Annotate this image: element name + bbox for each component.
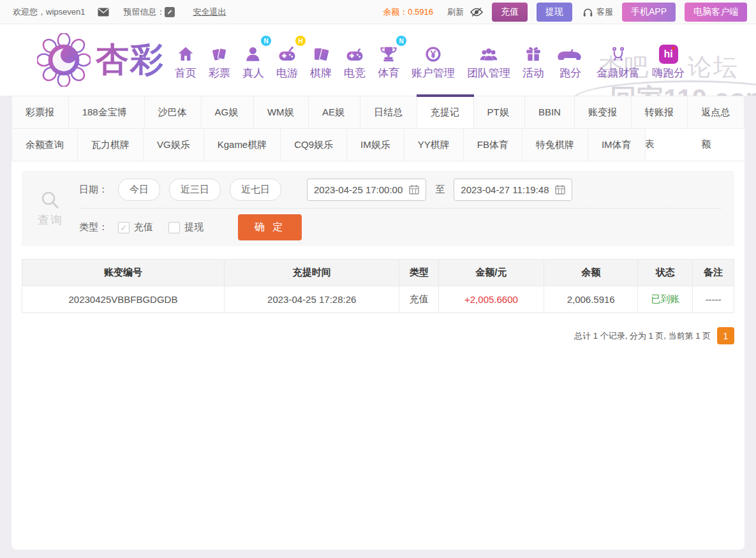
recharge-button[interactable]: 充值 (492, 3, 528, 22)
welcome-text: 欢迎您，wipseven1 (13, 6, 85, 18)
cell-amount: +2,005.6600 (438, 286, 544, 313)
tabs-row-2: 余额查询 瓦力棋牌 VG娱乐 Kgame棋牌 CQ9娱乐 IM娱乐 YY棋牌 F… (11, 129, 745, 161)
refresh-button[interactable]: 刷新 (447, 6, 464, 18)
tab-item[interactable]: YY棋牌 (404, 129, 464, 161)
date-from-input[interactable]: 2023-04-25 17:00:00 (307, 179, 426, 201)
date-label: 日期： (79, 184, 108, 196)
nav-item-live[interactable]: N 真人 (242, 40, 264, 80)
team-people-icon (478, 40, 500, 64)
watermark-site: 回家110.com (573, 80, 756, 96)
col-header: 状态 (638, 260, 693, 286)
customer-service-label: 客服 (597, 6, 613, 18)
date-to-input[interactable]: 2023-04-27 11:19:48 (454, 179, 572, 201)
to-label: 至 (435, 184, 445, 196)
topbar: 欢迎您，wipseven1 预留信息： 安全退出 余额： 0.5916 刷新 充… (0, 0, 756, 24)
tab-item[interactable]: IM娱乐 (347, 129, 404, 161)
filter-panel: 查询 日期： 今日 近三日 近七日 2023-04-25 17:00:00 至 … (22, 171, 734, 246)
table-row: 20230425VBBFBGDGDB 2023-04-25 17:28:26 充… (22, 286, 734, 313)
tab-item[interactable]: 账变报表 (575, 96, 632, 128)
cell-time: 2023-04-25 17:28:26 (224, 286, 399, 313)
tab-item[interactable]: Kgame棋牌 (204, 129, 281, 161)
cell-remark: ----- (693, 286, 734, 313)
nav-item-egame[interactable]: H 电游 (276, 40, 298, 80)
tab-item[interactable]: 188金宝博体育 (69, 96, 145, 128)
tab-item[interactable]: 瓦力棋牌 (78, 129, 144, 161)
trophy-icon: N (378, 40, 399, 64)
col-header: 金额/元 (438, 260, 544, 286)
nav-item-esports[interactable]: 电竞 (344, 40, 366, 80)
nav-item-account[interactable]: 账户管理 (411, 40, 455, 80)
search-icon (40, 189, 61, 211)
badge-n: N (261, 36, 271, 46)
tab-item[interactable]: IM体育 (588, 129, 646, 161)
coin-yuan-icon (423, 40, 443, 64)
tab-item[interactable]: 沙巴体育 (145, 96, 202, 128)
main-panel: 彩票报表 188金宝博体育 沙巴体育 AG娱乐 WM娱乐 AE娱乐 日结总览 充… (11, 96, 745, 550)
tab-item[interactable]: 特兔棋牌 (523, 129, 588, 161)
quick-today-button[interactable]: 今日 (118, 179, 160, 201)
nav-item-activity[interactable]: 活动 (523, 40, 544, 80)
tab-item[interactable]: 余额查询 (11, 129, 78, 161)
live-person-icon: N (243, 40, 263, 64)
col-header: 余额 (544, 260, 638, 286)
tab-item[interactable]: CQ9娱乐 (281, 129, 347, 161)
confirm-button[interactable]: 确 定 (238, 214, 302, 240)
cell-status: 已到账 (638, 286, 693, 313)
nav-item-paofen[interactable]: 跑分 (556, 40, 584, 80)
calendar-icon (409, 184, 419, 195)
withdraw-button[interactable]: 提现 (537, 3, 572, 22)
tab-item[interactable]: AG娱乐 (202, 96, 254, 128)
tab-item[interactable]: 返点总额 (688, 96, 745, 128)
badge-h: H (295, 36, 306, 46)
tab-item[interactable]: WM娱乐 (254, 96, 309, 128)
tab-item[interactable]: BBIN (525, 96, 575, 128)
mobile-app-button[interactable]: 手机APP (622, 3, 676, 22)
logo-text: 杏彩 (96, 38, 165, 82)
nav-item-hipaofen[interactable]: hi 嗨跑分 (652, 40, 685, 80)
type-filter-row: 类型： ✓ 充值 提现 确 定 (79, 209, 722, 246)
customer-service-button[interactable]: 客服 (582, 6, 613, 18)
table-header-row: 账变编号 充提时间 类型 金额/元 余额 状态 备注 (22, 260, 734, 286)
tab-item[interactable]: VG娱乐 (144, 129, 204, 161)
gift-icon (523, 40, 544, 64)
checkbox-recharge[interactable]: ✓ 充值 (118, 221, 153, 233)
tab-item[interactable]: 转账报表 (632, 96, 688, 128)
nav-item-jinding[interactable]: 金鼎财富 (597, 40, 640, 80)
tab-item[interactable]: AE娱乐 (309, 96, 360, 128)
checkbox-withdraw[interactable]: 提现 (168, 221, 204, 233)
site-header: 杏吧 论坛 回家110.com 杏彩 首页 (0, 24, 756, 96)
tab-item[interactable]: 日结总览 (360, 96, 417, 128)
gamepad-icon: H (276, 40, 298, 64)
quick-3days-button[interactable]: 近三日 (169, 179, 221, 201)
query-label: 查询 (38, 212, 63, 228)
cell-balance: 2,006.5916 (544, 286, 638, 313)
quick-7days-button[interactable]: 近七日 (230, 179, 281, 201)
main-nav: 首页 彩票 N 真人 H 电游 棋牌 (175, 40, 685, 80)
tab-item[interactable]: 彩票报表 (11, 96, 69, 128)
lottery-tickets-icon (209, 40, 230, 64)
logout-link[interactable]: 安全退出 (193, 6, 226, 18)
pc-client-button[interactable]: 电脑客户端 (685, 3, 747, 22)
cards-icon (311, 40, 331, 64)
mail-icon[interactable] (98, 8, 109, 17)
edit-icon[interactable] (165, 7, 175, 17)
pagination: 总计 1 个记录, 分为 1 页, 当前第 1 页 1 (22, 327, 734, 344)
hi-icon: hi (659, 40, 678, 64)
pagination-summary: 总计 1 个记录, 分为 1 页, 当前第 1 页 (574, 330, 711, 342)
nav-item-home[interactable]: 首页 (175, 40, 196, 80)
rhino-icon (556, 40, 584, 64)
reserved-info-label: 预留信息： (123, 6, 165, 18)
nav-item-sports[interactable]: N 体育 (378, 40, 399, 80)
tab-item[interactable]: FB体育 (464, 129, 523, 161)
site-logo[interactable]: 杏彩 (37, 33, 165, 87)
tab-item[interactable]: PT娱乐 (474, 96, 525, 128)
tab-item-active[interactable]: 充提记录 (417, 96, 474, 128)
balance-value: 0.5916 (408, 7, 433, 17)
eye-off-icon[interactable] (470, 7, 483, 17)
esports-gamepad-icon (344, 40, 366, 64)
nav-item-team[interactable]: 团队管理 (467, 40, 510, 80)
page-1-button[interactable]: 1 (717, 327, 734, 344)
nav-item-lottery[interactable]: 彩票 (209, 40, 230, 80)
nav-item-chess[interactable]: 棋牌 (310, 40, 332, 80)
balance-label: 余额： (383, 6, 408, 18)
